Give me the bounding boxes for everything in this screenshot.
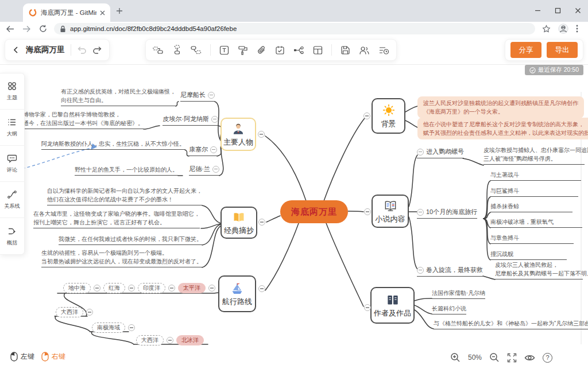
browser-menu-icon[interactable] <box>576 25 578 33</box>
node-nemo[interactable]: 尼摩船长 <box>180 91 215 102</box>
fit-screen-icon[interactable] <box>507 353 517 363</box>
voyage-event-6[interactable]: 撞沉战舰 <box>490 250 567 260</box>
excerpt-1[interactable]: 自以为懂科学的新闻记者和一向自以为多才的文人开起火来， 他们在这次值得纪念的笔战… <box>47 187 202 205</box>
export-button[interactable]: 导出 <box>547 42 578 58</box>
node-voyage[interactable]: 10个月的海底旅行 <box>417 208 477 219</box>
collapse-excerpts[interactable] <box>258 219 265 226</box>
sidebar-item-theme[interactable]: 主题 <box>0 73 24 110</box>
window-minimize-icon[interactable] <box>535 7 541 14</box>
collapse-characters[interactable] <box>258 131 265 138</box>
collapse-nautilus[interactable] <box>417 149 424 156</box>
relation-node-icon[interactable] <box>293 45 304 55</box>
topic-route[interactable]: 航行路线 <box>218 275 256 312</box>
collapse-author[interactable] <box>364 304 371 311</box>
collapse-stop[interactable] <box>86 309 93 316</box>
collapse-aronnax[interactable] <box>211 116 218 123</box>
collapse-stop[interactable] <box>128 285 135 292</box>
zoom-level[interactable]: 50% <box>468 354 482 362</box>
collaborate-icon[interactable] <box>359 45 370 55</box>
node-rescue-desc[interactable]: 皮埃尔三人被渔民救起， 尼摩船长及其鹦鹉螺号一起下落不明。 <box>495 261 583 279</box>
window-close-icon[interactable] <box>575 7 581 14</box>
collapse-stop[interactable] <box>94 285 100 292</box>
topic-background[interactable]: 背景 <box>372 98 405 134</box>
layout-icon[interactable] <box>313 45 323 55</box>
sidebar-item-summary[interactable]: 概括 <box>0 218 24 254</box>
insert-child-node-icon[interactable] <box>172 45 182 55</box>
sidebar-item-outline[interactable]: 大纲 <box>0 110 24 146</box>
format-painter-icon[interactable] <box>238 45 248 55</box>
excerpt-3[interactable]: 我微笑，在任何我难过或者快乐的时候，我只剩下微笑。 <box>59 235 202 245</box>
zoom-out-icon[interactable] <box>489 352 500 363</box>
author-work-3[interactable]: 与《格兰特船长的儿女》和《神秘岛》一起称为“凡尔纳三部曲” <box>434 319 588 329</box>
undo-icon[interactable] <box>77 46 87 55</box>
reload-icon[interactable] <box>39 25 47 33</box>
collapse-nemo[interactable] <box>208 92 215 99</box>
collapse-content[interactable] <box>364 208 371 215</box>
root-node[interactable]: 海底两万里 <box>280 200 348 223</box>
sidebar-item-comments[interactable]: 评论 <box>0 146 24 182</box>
excerpt-4[interactable]: 生就的动摇性，容易从一个极端跑到另一个极端。 当初最热诚拥护这次远征的人，现在却… <box>41 248 202 267</box>
route-stop-atlantic-1[interactable]: 大西洋 <box>56 307 83 317</box>
voyage-event-4[interactable]: 南极冲破冰墙，重获氧气 <box>490 217 582 228</box>
route-stop-mediterranean[interactable]: 地中海 <box>63 283 91 293</box>
topic-content[interactable]: 小说内容 <box>372 195 409 228</box>
profile-avatar[interactable] <box>558 24 568 34</box>
collapse-stop[interactable] <box>168 285 175 292</box>
task-icon[interactable] <box>275 45 285 55</box>
collapse-background[interactable] <box>363 112 370 119</box>
back-icon[interactable] <box>6 25 14 33</box>
topic-characters[interactable]: 主要人物 <box>220 118 256 151</box>
node-nautilus[interactable]: 进入鹦鹉螺号 <box>417 147 464 158</box>
node-rescue[interactable]: 卷入旋流，最终获救 <box>417 266 483 277</box>
topic-excerpts[interactable]: 经典摘抄 <box>220 207 257 239</box>
attachment-icon[interactable] <box>257 45 266 55</box>
route-stop-atlantic-2[interactable]: 大西洋 <box>136 335 164 345</box>
bookmark-star-icon[interactable] <box>542 25 551 33</box>
window-maximize-icon[interactable] <box>555 7 561 14</box>
node-nautilus-desc[interactable]: 皮埃尔教授与捕鲸人、忠仆康塞尔一同追踪神秘 三人被“海怪”鹦鹉螺号俘虏。 <box>483 146 585 165</box>
presentation-eye-icon[interactable] <box>524 354 535 362</box>
collapse-stop[interactable] <box>208 285 215 292</box>
collapse-stop[interactable] <box>167 337 173 344</box>
help-icon[interactable]: ? <box>543 353 552 363</box>
author-work-2[interactable]: 长篇科幻小说 <box>432 304 466 314</box>
node-ned[interactable]: 尼德·兰 <box>189 165 219 176</box>
redo-icon[interactable] <box>92 46 102 55</box>
route-stop-indian[interactable]: 印度洋 <box>138 283 165 293</box>
author-work-1[interactable]: 法国作家儒勒·凡尔纳 <box>432 289 485 299</box>
route-stop-pacific[interactable]: 太平洋 <box>178 283 206 293</box>
url-field[interactable]: app.gitmind.cn/doc/8f2fb0c8d9bc24dddbd54… <box>54 23 535 34</box>
node-aronnax[interactable]: 皮埃尔·阿龙纳斯 <box>163 115 218 126</box>
collapse-rescue[interactable] <box>417 267 424 274</box>
collapse-route[interactable] <box>258 285 265 292</box>
node-conseil[interactable]: 康塞尔 <box>189 145 217 156</box>
voyage-event-3[interactable]: 捕杀抹香鲸 <box>490 202 572 212</box>
node-ned-desc[interactable]: 野性十足的鱼叉手，一个比较原始的人。 <box>75 165 178 176</box>
browser-tab[interactable]: 海底两万里 - GitMind <box>23 3 110 22</box>
voyage-event-1[interactable]: 与土著战斗 <box>490 170 581 181</box>
zoom-in-icon[interactable] <box>450 352 461 363</box>
history-icon[interactable] <box>378 45 389 55</box>
forward-icon[interactable] <box>22 25 31 33</box>
route-stop-redsea[interactable]: 红海 <box>103 283 125 293</box>
route-stop-antarctic[interactable]: 南极海域 <box>92 323 125 333</box>
voyage-event-2[interactable]: 与巨鲨搏斗 <box>490 187 578 197</box>
collapse-voyage[interactable] <box>417 209 424 216</box>
background-note-2[interactable]: 他在小说中塑造了尼摩船长这个反对沙皇专制统治的高大形象， 赋予其强烈的社会责任感… <box>417 118 588 139</box>
collapse-conseil[interactable] <box>210 146 217 153</box>
voyage-event-5[interactable]: 与章鱼搏斗 <box>490 234 574 244</box>
sidebar-item-relation[interactable]: 关系线 <box>0 182 24 218</box>
background-note-1[interactable]: 波兰人民反对沙皇独裁统治的起义遭到残酷镇压是凡尔纳创作 《海底两万里》的一个导火… <box>417 96 584 118</box>
insert-topic-node-icon[interactable] <box>191 45 202 55</box>
node-nemo-desc[interactable]: 有正义感的反抗英雄，对殖民主义极端痛恨， 向往民主与自由。 <box>61 87 176 106</box>
node-conseil-desc[interactable]: 阿龙纳斯教授的仆人，忠实，生性沉稳，从不大惊小怪。 <box>41 139 185 150</box>
tab-close-icon[interactable] <box>100 10 105 15</box>
insert-sibling-node-icon[interactable] <box>153 45 164 55</box>
save-icon[interactable] <box>341 45 350 55</box>
route-stop-arctic[interactable]: 北冰洋 <box>176 335 204 345</box>
collapse-stop[interactable] <box>128 324 135 331</box>
excerpt-2[interactable]: 在各大城市里，这怪物变成了家喻户晓的事件。咖啡馆里歌唱它， 报刊上嘲笑它，舞台上… <box>33 209 200 228</box>
node-aronnax-desc[interactable]: 法国博物学家，巴黎自然科学博物馆教授， 博古通今，在法国出版过一本书叫《海底的秘… <box>11 110 144 129</box>
text-style-icon[interactable] <box>219 45 229 55</box>
new-tab-button[interactable] <box>116 7 123 14</box>
